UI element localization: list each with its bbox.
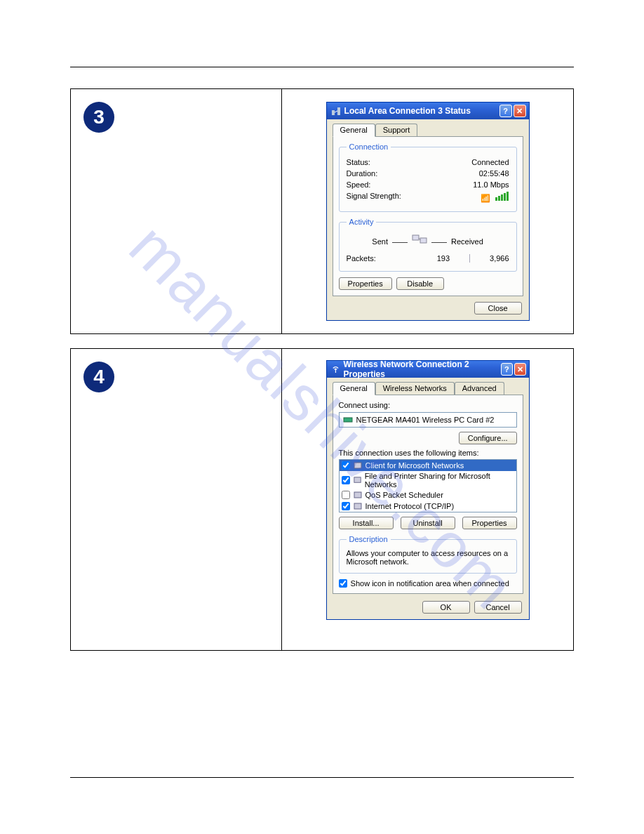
- steps-table-2: 4 Wireless Network Connection 2 Properti…: [70, 348, 574, 651]
- adapter-name: NETGEAR MA401 Wireless PC Card #2: [356, 416, 495, 424]
- cancel-button[interactable]: Cancel: [474, 601, 522, 614]
- status-value: Connected: [471, 158, 509, 166]
- tab-general-2[interactable]: General: [333, 382, 375, 395]
- tab-advanced[interactable]: Advanced: [455, 382, 504, 395]
- group-activity: Activity: [347, 218, 377, 226]
- connect-using-label: Connect using:: [339, 401, 517, 409]
- help-button[interactable]: ?: [499, 105, 512, 117]
- list-item[interactable]: File and Printer Sharing for Microsoft N…: [340, 471, 516, 489]
- help-button-2[interactable]: ?: [501, 363, 513, 376]
- close-button-2[interactable]: ✕: [514, 363, 526, 376]
- item-label: QoS Packet Scheduler: [365, 491, 443, 499]
- tcpip-icon: [353, 501, 363, 511]
- client-icon: [353, 461, 363, 470]
- network-icon: [331, 106, 341, 116]
- svg-rect-3: [412, 235, 419, 240]
- tab-support[interactable]: Support: [375, 124, 418, 137]
- signal-label: Signal Strength:: [347, 192, 401, 203]
- adapter-icon: [343, 415, 353, 425]
- tab-wireless-networks[interactable]: Wireless Networks: [375, 382, 455, 395]
- svg-rect-6: [344, 418, 352, 422]
- item-label: Internet Protocol (TCP/IP): [365, 502, 455, 510]
- titlebar-properties[interactable]: Wireless Network Connection 2 Properties…: [327, 361, 529, 378]
- adapter-field: NETGEAR MA401 Wireless PC Card #2: [339, 412, 517, 428]
- title-properties: Wireless Network Connection 2 Properties: [343, 359, 499, 379]
- list-item[interactable]: QoS Packet Scheduler: [340, 489, 516, 501]
- svg-rect-10: [354, 503, 361, 509]
- received-label: Received: [451, 237, 483, 246]
- speed-value: 11.0 Mbps: [473, 180, 509, 189]
- show-icon-label: Show icon in notification area when conn…: [351, 579, 509, 588]
- close-dialog-button[interactable]: Close: [474, 302, 522, 315]
- ok-button[interactable]: OK: [422, 601, 470, 614]
- item-checkbox[interactable]: [342, 491, 350, 499]
- group-connection: Connection: [347, 143, 391, 151]
- svg-line-2: [335, 111, 337, 112]
- item-label: File and Printer Sharing for Microsoft N…: [365, 472, 514, 489]
- item-properties-button[interactable]: Properties: [462, 517, 517, 529]
- item-checkbox[interactable]: [342, 502, 350, 510]
- steps-table: 3 Local Area Connection 3 Status ? ✕: [70, 88, 574, 334]
- list-item[interactable]: Client for Microsoft Networks: [340, 460, 516, 471]
- items-label: This connection uses the following items…: [339, 449, 517, 457]
- svg-rect-1: [337, 107, 340, 115]
- speed-label: Speed:: [347, 180, 371, 189]
- title-status: Local Area Connection 3 Status: [344, 106, 471, 116]
- svg-rect-7: [354, 463, 361, 468]
- qos-icon: [353, 490, 363, 500]
- pc-icon: [412, 234, 427, 249]
- titlebar-status[interactable]: Local Area Connection 3 Status ? ✕: [327, 102, 529, 119]
- tab-general[interactable]: General: [333, 124, 375, 137]
- item-label: Client for Microsoft Networks: [365, 461, 464, 470]
- dialog-properties: Wireless Network Connection 2 Properties…: [326, 360, 530, 620]
- dialog-status: Local Area Connection 3 Status ? ✕ Gener…: [326, 102, 530, 321]
- duration-label: Duration:: [347, 169, 378, 178]
- group-description: Description: [347, 535, 391, 543]
- close-button[interactable]: ✕: [514, 105, 526, 117]
- packets-received: 3,966: [490, 254, 509, 263]
- duration-value: 02:55:48: [479, 169, 509, 178]
- packets-sent: 193: [437, 254, 450, 263]
- page-top-rule: [70, 67, 574, 67]
- page-bottom-rule: [70, 777, 574, 778]
- connection-items-list[interactable]: Client for Microsoft Networks File and P…: [339, 459, 517, 512]
- show-icon-checkbox[interactable]: [339, 579, 347, 588]
- svg-rect-4: [420, 238, 427, 243]
- packets-label: Packets:: [347, 254, 376, 263]
- configure-button[interactable]: Configure...: [459, 432, 517, 444]
- step-badge-3: 3: [83, 102, 114, 133]
- sent-label: Sent: [372, 237, 388, 246]
- list-item[interactable]: Internet Protocol (TCP/IP): [340, 501, 516, 512]
- install-button[interactable]: Install...: [339, 517, 394, 529]
- status-label: Status:: [347, 158, 370, 166]
- item-checkbox[interactable]: [342, 476, 350, 484]
- step-badge-4: 4: [83, 362, 114, 392]
- signal-strength-icon: 📶: [481, 192, 509, 203]
- disable-button[interactable]: Disable: [396, 277, 444, 290]
- share-icon: [353, 475, 362, 485]
- properties-button[interactable]: Properties: [339, 277, 392, 290]
- item-checkbox[interactable]: [342, 461, 350, 470]
- svg-rect-9: [354, 492, 361, 498]
- uninstall-button[interactable]: Uninstall: [401, 517, 455, 529]
- description-text: Allows your computer to access resources…: [347, 549, 509, 566]
- svg-rect-8: [354, 477, 360, 482]
- wireless-icon: [331, 364, 340, 374]
- svg-rect-0: [332, 110, 335, 115]
